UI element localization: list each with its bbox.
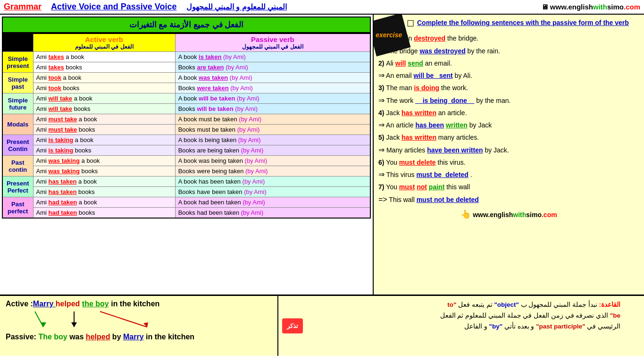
svg-line-4 xyxy=(100,311,147,327)
table-row: Ami takes books Books are taken (by Ami) xyxy=(2,62,370,73)
bottom-left: Active :Marry helped the boy in the kitc… xyxy=(0,296,278,356)
passive-sentence-line: Passive: The boy was helped by Marry in … xyxy=(6,333,272,341)
svg-marker-3 xyxy=(71,322,77,327)
table-row: Ami had taken books Books had been taken… xyxy=(2,208,370,219)
header: Grammar Active Voice and Passive Voice ا… xyxy=(0,0,644,15)
table-row: Ami took books Books were taken (by Ami) xyxy=(2,83,370,93)
exercise-item-6: 6) You must delete this virus. xyxy=(378,157,639,168)
website-bottom-right: 👆 www.englishwithsimo.com xyxy=(378,209,639,219)
exercise-answer-2: ⇒ An email will be sent by Ali. xyxy=(378,69,639,82)
exercise-items: 1) The rain destroyed the bridge. ⇒ The … xyxy=(378,33,639,206)
bottom-section: Active :Marry helped the boy in the kitc… xyxy=(0,295,644,356)
think-badge: تذكر xyxy=(282,318,303,334)
header-website: 🖥 www.englishwithsimo.com xyxy=(541,3,640,11)
exercise-item-5: 5) Jack has written many articles. xyxy=(378,132,639,143)
col-active-header: Active verb xyxy=(36,35,172,43)
exercise-item-7: 7) You must not paint this wall xyxy=(378,181,639,193)
exercise-answer-4: ⇒ An article has been written by Jack xyxy=(378,118,639,132)
checkbox-icon: ☐ xyxy=(407,18,414,29)
table-row: Pastcontin Ami was taking a book A book … xyxy=(2,156,370,166)
table-row: PresentPerfect Ami has taken a book A bo… xyxy=(2,177,370,187)
col-active-arabic: الفعل في المبني للمعلوم xyxy=(36,43,172,50)
exercise-item-1: 1) The rain destroyed the bridge. xyxy=(378,33,639,44)
exercise-badge-text: exercise xyxy=(376,31,402,39)
exercise-instruction: Complete the following sentences with th… xyxy=(417,18,629,28)
grammar-table: Active verb الفعل في المبني للمعلوم Pass… xyxy=(2,33,371,219)
rule-text: القاعدة: نبدأ جملة المبني للمجهول ب "obj… xyxy=(284,300,620,332)
table-row: Simplepast Ami took a book A book was ta… xyxy=(2,73,370,83)
exercise-answer-1: ⇒ The bridge was destroyed by the rain. xyxy=(378,44,639,58)
table-row: Ami must take books Books must be taken … xyxy=(2,125,370,135)
table-row: Modals Ami must take a book A book must … xyxy=(2,114,370,125)
exercise-item-3: 3) The man is doing the work. xyxy=(378,82,639,94)
exercise-answer-3: ⇒ The work __is being done__ by the man. xyxy=(378,94,639,107)
table-row: Simplepresent Ami takes a book A book is… xyxy=(2,52,370,62)
right-section: exercise ☐ Complete the following senten… xyxy=(373,15,644,295)
exercise-answer-7: => This wall must not be deleted xyxy=(378,193,639,206)
table-row: Ami has taken books Books have been take… xyxy=(2,187,370,197)
col-passive-header: Passive verb xyxy=(178,35,367,43)
header-left: Grammar Active Voice and Passive Voice ا… xyxy=(4,2,287,12)
arrow-diagram xyxy=(6,309,265,330)
table-row: PresentContin Ami is taking a book A boo… xyxy=(2,135,370,145)
exercise-header: ☐ Complete the following sentences with … xyxy=(407,18,639,29)
left-section: الفعل في جميع الأزمنة مع التغيرات Active… xyxy=(0,15,373,295)
main-content: الفعل في جميع الأزمنة مع التغيرات Active… xyxy=(0,15,644,295)
table-title: الفعل في جميع الأزمنة مع التغيرات xyxy=(2,17,371,33)
table-row: Ami was taking books Books were being ta… xyxy=(2,166,370,177)
col-passive-arabic: الفعل في المبني للمجهول xyxy=(178,43,367,50)
svg-marker-1 xyxy=(41,322,46,327)
exercise-item-2: 2) Ali will send an email. xyxy=(378,58,639,69)
active-sentence-line: Active :Marry helped the boy in the kitc… xyxy=(6,300,272,308)
exercise-answer-6: ⇒ This virus must be deleted . xyxy=(378,168,639,181)
table-row: Pastperfect Ami had taken a book A book … xyxy=(2,197,370,208)
exercise-answer-5: ⇒ Many articles have been written by Jac… xyxy=(378,143,639,157)
website-icon: 🖥 xyxy=(541,3,550,11)
table-row: Ami will take books Books will be taken … xyxy=(2,104,370,114)
page-title: Active Voice and Passive Voice xyxy=(51,2,176,12)
arabic-title: المبني للمعلوم و المبني للمجهول xyxy=(186,2,287,11)
grammar-label: Grammar xyxy=(4,2,42,12)
exercise-item-4: 4) Jack has written an article. xyxy=(378,107,639,119)
table-row: Simplefuture Ami will take a book A book… xyxy=(2,93,370,104)
bottom-right: تذكر القاعدة: نبدأ جملة المبني للمجهول ب… xyxy=(278,296,644,356)
table-row: Ami is taking books Books are being take… xyxy=(2,145,370,156)
